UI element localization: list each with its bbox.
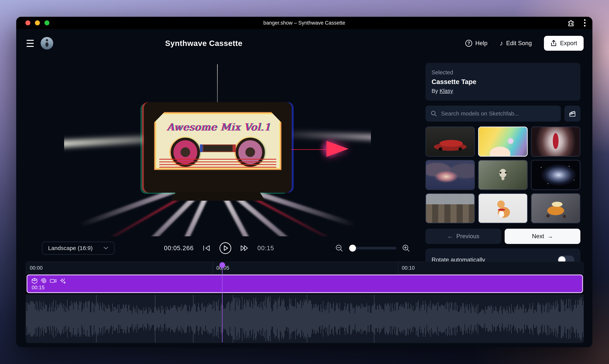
model-thumbnail-toy-car[interactable] <box>531 193 580 223</box>
zoom-out-icon[interactable] <box>335 244 343 252</box>
clapperboard-icon <box>568 109 577 118</box>
timeline-ruler[interactable]: 00:00 00:05 00:10 <box>26 261 584 274</box>
music-note-icon: ♪ <box>500 39 503 47</box>
arrow-right-icon: → <box>547 233 553 240</box>
zoom-in-icon[interactable] <box>402 244 410 252</box>
close-window-button[interactable] <box>25 20 30 25</box>
traffic-lights <box>25 20 49 25</box>
clip-track-icons <box>31 278 66 284</box>
app-window: banger.show – Synthwave Cassette Synthwa… <box>16 17 592 347</box>
model-thumbnail-anime-girl[interactable] <box>478 127 527 157</box>
model-thumbnail-shiba-dog[interactable] <box>478 193 527 223</box>
model-search-box[interactable] <box>426 105 561 122</box>
extension-puzzle-icon[interactable] <box>567 19 574 27</box>
arrow-left-icon: ← <box>447 233 453 240</box>
scanline-overlay <box>64 64 371 236</box>
clapperboard-button[interactable] <box>564 105 580 122</box>
zoom-slider-knob[interactable] <box>349 245 356 252</box>
chevron-down-icon <box>103 247 108 250</box>
selected-model-card: Selected Cassette Tape By Klasy <box>426 63 580 101</box>
app-header: Synthwave Cassette ? Help ♪ Edit Song Ex… <box>16 29 592 58</box>
model-thumbnail-fantasy-warrior[interactable] <box>531 127 580 157</box>
model-thumbnail-spiral-galaxy[interactable] <box>531 160 580 190</box>
ruler-divider <box>213 262 213 274</box>
rotate-setting-card: Rotate automatically <box>426 248 580 261</box>
spiral-icon <box>41 278 47 284</box>
export-upload-icon <box>550 40 557 47</box>
total-duration: 00:15 <box>257 245 274 252</box>
rewind-button[interactable] <box>202 245 210 251</box>
aspect-ratio-select[interactable]: Landscape (16:9) <box>42 242 114 255</box>
browser-menu-icon[interactable] <box>583 18 587 28</box>
window-title: banger.show – Synthwave Cassette <box>263 20 345 26</box>
author-link[interactable]: Klasy <box>440 88 453 94</box>
help-icon: ? <box>465 40 472 47</box>
ruler-tick: 00:10 <box>402 265 415 271</box>
model-sidebar: Selected Cassette Tape By Klasy <box>426 63 580 261</box>
scene-clip[interactable]: 00:15 <box>27 274 583 293</box>
ruler-tick: 00:00 <box>30 265 43 271</box>
cube-3d-icon <box>31 278 38 284</box>
playhead-knob[interactable] <box>219 262 225 268</box>
model-thumbnail-storm-clouds[interactable] <box>426 160 475 190</box>
fast-forward-button[interactable] <box>240 245 249 251</box>
model-thumbnail-abandoned-city[interactable] <box>426 193 475 223</box>
player-controls: Landscape (16:9) 00:05.266 00:15 <box>26 242 410 255</box>
current-time: 00:05.266 <box>164 245 194 252</box>
model-thumbnail-red-sports-car[interactable] <box>426 127 475 157</box>
search-icon <box>430 110 437 117</box>
user-avatar[interactable] <box>41 37 53 50</box>
play-button[interactable] <box>219 242 231 254</box>
model-grid <box>426 127 580 223</box>
project-title: Synthwave Cassette <box>165 39 242 48</box>
video-camera-icon <box>50 278 57 284</box>
zoom-window-button[interactable] <box>44 20 49 25</box>
clip-duration-label: 00:15 <box>32 285 45 291</box>
video-preview-canvas[interactable]: Awesome Mix Vol.1 <box>64 64 371 236</box>
selected-model-name: Cassette Tape <box>431 78 574 86</box>
help-button[interactable]: ? Help <box>465 40 487 47</box>
export-button[interactable]: Export <box>544 36 584 51</box>
selected-model-author: By Klasy <box>431 88 574 94</box>
search-input[interactable] <box>441 110 556 117</box>
ruler-divider <box>398 262 398 274</box>
edit-song-button[interactable]: ♪ Edit Song <box>500 39 532 47</box>
sparkles-icon <box>59 278 66 284</box>
model-thumbnail-skull[interactable] <box>478 160 527 190</box>
next-page-button[interactable]: Next → <box>505 229 580 244</box>
rotate-automatically-label: Rotate automatically <box>431 257 485 261</box>
selected-heading: Selected <box>431 69 574 76</box>
audio-waveform[interactable] <box>26 295 584 343</box>
minimize-window-button[interactable] <box>35 20 40 25</box>
previous-page-button[interactable]: ← Previous <box>426 229 501 244</box>
timeline-zoom-slider[interactable] <box>349 247 396 249</box>
rotate-automatically-toggle[interactable] <box>557 256 574 261</box>
menu-hamburger-icon[interactable] <box>25 38 35 48</box>
window-titlebar[interactable]: banger.show – Synthwave Cassette <box>16 17 592 29</box>
timeline-panel: 00:00 00:05 00:10 00:15 <box>26 261 584 343</box>
